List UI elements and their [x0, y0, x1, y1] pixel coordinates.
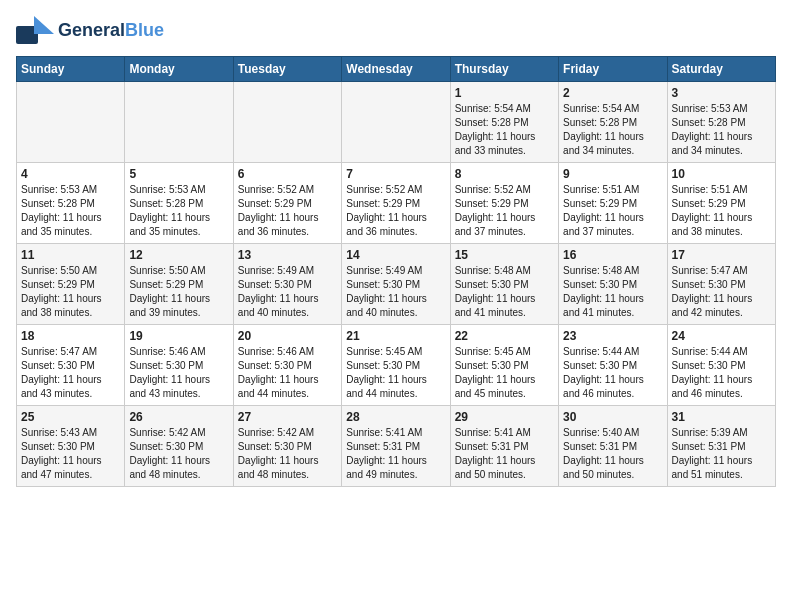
day-number: 22	[455, 329, 554, 343]
weekday-header-tuesday: Tuesday	[233, 57, 341, 82]
day-info: Sunrise: 5:50 AM Sunset: 5:29 PM Dayligh…	[129, 264, 228, 320]
day-number: 5	[129, 167, 228, 181]
week-row-5: 25Sunrise: 5:43 AM Sunset: 5:30 PM Dayli…	[17, 406, 776, 487]
calendar-cell: 1Sunrise: 5:54 AM Sunset: 5:28 PM Daylig…	[450, 82, 558, 163]
day-info: Sunrise: 5:49 AM Sunset: 5:30 PM Dayligh…	[238, 264, 337, 320]
week-row-3: 11Sunrise: 5:50 AM Sunset: 5:29 PM Dayli…	[17, 244, 776, 325]
day-number: 18	[21, 329, 120, 343]
day-number: 13	[238, 248, 337, 262]
calendar-cell: 17Sunrise: 5:47 AM Sunset: 5:30 PM Dayli…	[667, 244, 775, 325]
day-info: Sunrise: 5:47 AM Sunset: 5:30 PM Dayligh…	[21, 345, 120, 401]
calendar-cell: 11Sunrise: 5:50 AM Sunset: 5:29 PM Dayli…	[17, 244, 125, 325]
calendar-cell: 26Sunrise: 5:42 AM Sunset: 5:30 PM Dayli…	[125, 406, 233, 487]
week-row-1: 1Sunrise: 5:54 AM Sunset: 5:28 PM Daylig…	[17, 82, 776, 163]
calendar-cell: 5Sunrise: 5:53 AM Sunset: 5:28 PM Daylig…	[125, 163, 233, 244]
day-info: Sunrise: 5:39 AM Sunset: 5:31 PM Dayligh…	[672, 426, 771, 482]
logo: GeneralBlue	[16, 16, 164, 46]
day-info: Sunrise: 5:41 AM Sunset: 5:31 PM Dayligh…	[455, 426, 554, 482]
calendar-table: SundayMondayTuesdayWednesdayThursdayFrid…	[16, 56, 776, 487]
weekday-header-wednesday: Wednesday	[342, 57, 450, 82]
day-info: Sunrise: 5:46 AM Sunset: 5:30 PM Dayligh…	[129, 345, 228, 401]
day-info: Sunrise: 5:52 AM Sunset: 5:29 PM Dayligh…	[455, 183, 554, 239]
calendar-cell: 12Sunrise: 5:50 AM Sunset: 5:29 PM Dayli…	[125, 244, 233, 325]
day-info: Sunrise: 5:40 AM Sunset: 5:31 PM Dayligh…	[563, 426, 662, 482]
calendar-cell: 10Sunrise: 5:51 AM Sunset: 5:29 PM Dayli…	[667, 163, 775, 244]
day-info: Sunrise: 5:48 AM Sunset: 5:30 PM Dayligh…	[563, 264, 662, 320]
calendar-cell	[17, 82, 125, 163]
day-number: 12	[129, 248, 228, 262]
day-info: Sunrise: 5:54 AM Sunset: 5:28 PM Dayligh…	[455, 102, 554, 158]
day-info: Sunrise: 5:51 AM Sunset: 5:29 PM Dayligh…	[672, 183, 771, 239]
week-row-2: 4Sunrise: 5:53 AM Sunset: 5:28 PM Daylig…	[17, 163, 776, 244]
day-number: 27	[238, 410, 337, 424]
calendar-cell: 16Sunrise: 5:48 AM Sunset: 5:30 PM Dayli…	[559, 244, 667, 325]
day-info: Sunrise: 5:42 AM Sunset: 5:30 PM Dayligh…	[129, 426, 228, 482]
calendar-cell: 9Sunrise: 5:51 AM Sunset: 5:29 PM Daylig…	[559, 163, 667, 244]
calendar-cell: 19Sunrise: 5:46 AM Sunset: 5:30 PM Dayli…	[125, 325, 233, 406]
day-number: 25	[21, 410, 120, 424]
day-info: Sunrise: 5:49 AM Sunset: 5:30 PM Dayligh…	[346, 264, 445, 320]
calendar-cell: 27Sunrise: 5:42 AM Sunset: 5:30 PM Dayli…	[233, 406, 341, 487]
day-number: 20	[238, 329, 337, 343]
calendar-cell: 21Sunrise: 5:45 AM Sunset: 5:30 PM Dayli…	[342, 325, 450, 406]
day-info: Sunrise: 5:53 AM Sunset: 5:28 PM Dayligh…	[129, 183, 228, 239]
calendar-cell: 29Sunrise: 5:41 AM Sunset: 5:31 PM Dayli…	[450, 406, 558, 487]
weekday-header-monday: Monday	[125, 57, 233, 82]
day-number: 3	[672, 86, 771, 100]
day-info: Sunrise: 5:45 AM Sunset: 5:30 PM Dayligh…	[455, 345, 554, 401]
day-number: 24	[672, 329, 771, 343]
page-header: GeneralBlue	[16, 16, 776, 46]
calendar-cell: 4Sunrise: 5:53 AM Sunset: 5:28 PM Daylig…	[17, 163, 125, 244]
day-number: 10	[672, 167, 771, 181]
day-number: 19	[129, 329, 228, 343]
calendar-cell	[233, 82, 341, 163]
day-info: Sunrise: 5:45 AM Sunset: 5:30 PM Dayligh…	[346, 345, 445, 401]
day-number: 23	[563, 329, 662, 343]
day-number: 30	[563, 410, 662, 424]
day-info: Sunrise: 5:54 AM Sunset: 5:28 PM Dayligh…	[563, 102, 662, 158]
day-number: 1	[455, 86, 554, 100]
calendar-cell: 6Sunrise: 5:52 AM Sunset: 5:29 PM Daylig…	[233, 163, 341, 244]
calendar-cell: 3Sunrise: 5:53 AM Sunset: 5:28 PM Daylig…	[667, 82, 775, 163]
day-number: 26	[129, 410, 228, 424]
weekday-header-thursday: Thursday	[450, 57, 558, 82]
calendar-cell: 7Sunrise: 5:52 AM Sunset: 5:29 PM Daylig…	[342, 163, 450, 244]
day-number: 2	[563, 86, 662, 100]
day-number: 11	[21, 248, 120, 262]
day-number: 4	[21, 167, 120, 181]
day-number: 16	[563, 248, 662, 262]
calendar-cell: 18Sunrise: 5:47 AM Sunset: 5:30 PM Dayli…	[17, 325, 125, 406]
calendar-cell: 13Sunrise: 5:49 AM Sunset: 5:30 PM Dayli…	[233, 244, 341, 325]
day-info: Sunrise: 5:43 AM Sunset: 5:30 PM Dayligh…	[21, 426, 120, 482]
calendar-cell	[125, 82, 233, 163]
day-number: 29	[455, 410, 554, 424]
weekday-header-saturday: Saturday	[667, 57, 775, 82]
svg-marker-1	[34, 16, 54, 34]
logo-icon	[16, 16, 54, 46]
day-info: Sunrise: 5:53 AM Sunset: 5:28 PM Dayligh…	[672, 102, 771, 158]
week-row-4: 18Sunrise: 5:47 AM Sunset: 5:30 PM Dayli…	[17, 325, 776, 406]
calendar-cell: 23Sunrise: 5:44 AM Sunset: 5:30 PM Dayli…	[559, 325, 667, 406]
calendar-cell: 15Sunrise: 5:48 AM Sunset: 5:30 PM Dayli…	[450, 244, 558, 325]
day-number: 21	[346, 329, 445, 343]
calendar-cell: 25Sunrise: 5:43 AM Sunset: 5:30 PM Dayli…	[17, 406, 125, 487]
day-number: 6	[238, 167, 337, 181]
day-info: Sunrise: 5:52 AM Sunset: 5:29 PM Dayligh…	[346, 183, 445, 239]
day-info: Sunrise: 5:50 AM Sunset: 5:29 PM Dayligh…	[21, 264, 120, 320]
weekday-header-row: SundayMondayTuesdayWednesdayThursdayFrid…	[17, 57, 776, 82]
day-info: Sunrise: 5:48 AM Sunset: 5:30 PM Dayligh…	[455, 264, 554, 320]
calendar-cell: 28Sunrise: 5:41 AM Sunset: 5:31 PM Dayli…	[342, 406, 450, 487]
day-info: Sunrise: 5:44 AM Sunset: 5:30 PM Dayligh…	[672, 345, 771, 401]
day-info: Sunrise: 5:51 AM Sunset: 5:29 PM Dayligh…	[563, 183, 662, 239]
day-number: 17	[672, 248, 771, 262]
day-number: 8	[455, 167, 554, 181]
calendar-cell: 8Sunrise: 5:52 AM Sunset: 5:29 PM Daylig…	[450, 163, 558, 244]
day-info: Sunrise: 5:52 AM Sunset: 5:29 PM Dayligh…	[238, 183, 337, 239]
calendar-cell: 14Sunrise: 5:49 AM Sunset: 5:30 PM Dayli…	[342, 244, 450, 325]
calendar-cell: 20Sunrise: 5:46 AM Sunset: 5:30 PM Dayli…	[233, 325, 341, 406]
weekday-header-sunday: Sunday	[17, 57, 125, 82]
logo-name: GeneralBlue	[58, 21, 164, 41]
calendar-cell: 30Sunrise: 5:40 AM Sunset: 5:31 PM Dayli…	[559, 406, 667, 487]
day-number: 9	[563, 167, 662, 181]
calendar-cell: 31Sunrise: 5:39 AM Sunset: 5:31 PM Dayli…	[667, 406, 775, 487]
